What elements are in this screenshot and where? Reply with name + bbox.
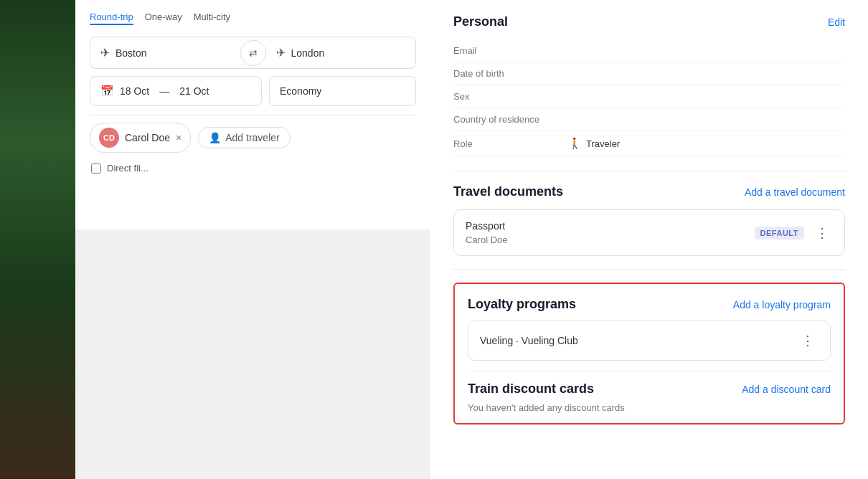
jungle-background — [0, 0, 79, 479]
personal-title: Personal — [453, 14, 508, 29]
role-text: Traveler — [586, 138, 620, 149]
sex-label: Sex — [453, 91, 568, 102]
dob-label: Date of birth — [453, 68, 568, 79]
field-row-role: Role 🚶 Traveler — [453, 131, 845, 156]
search-panel: Round-trip One-way Multi-city ✈ ⇄ ✈ — [75, 0, 430, 479]
direct-flights-row: Direct fli... — [90, 163, 416, 174]
tab-multi-city[interactable]: Multi-city — [194, 11, 230, 25]
passport-type: Passport — [466, 220, 508, 232]
direct-flights-label: Direct fli... — [107, 163, 148, 174]
destination-field[interactable]: ✈ — [266, 37, 416, 68]
travel-docs-section-header: Travel documents Add a travel document — [453, 184, 845, 199]
default-badge: DEFAULT — [755, 227, 804, 240]
add-traveler-label: Add traveler — [225, 132, 279, 143]
date-range-field[interactable]: 📅 18 Oct — 21 Oct — [90, 76, 262, 106]
traveler-role-icon: 🚶 — [568, 137, 582, 150]
field-row-country: Country of residence — [453, 108, 845, 131]
train-discount-section-header: Train discount cards Add a discount card — [468, 381, 831, 397]
role-value: 🚶 Traveler — [568, 137, 620, 150]
date-end: 21 Oct — [179, 85, 209, 97]
destination-input[interactable] — [291, 47, 406, 59]
section-divider-1 — [453, 171, 845, 171]
passport-info: Passport Carol Doe — [466, 220, 508, 245]
origin-input[interactable] — [115, 47, 230, 59]
personal-fields: Email Date of birth Sex Country of resid… — [453, 39, 845, 156]
tab-one-way[interactable]: One-way — [145, 11, 182, 25]
role-label: Role — [453, 138, 568, 149]
travel-docs-title: Travel documents — [453, 184, 563, 199]
tab-round-trip[interactable]: Round-trip — [90, 11, 133, 25]
loyalty-card-vueling: Vueling · Vueling Club ⋮ — [468, 321, 831, 361]
section-divider-2 — [453, 269, 845, 270]
passport-badges: DEFAULT ⋮ — [755, 224, 833, 242]
traveler-chip[interactable]: CD Carol Doe × — [90, 123, 191, 153]
personal-section-header: Personal Edit — [453, 14, 845, 29]
red-box-divider — [468, 371, 831, 371]
personal-edit-link[interactable]: Edit — [828, 16, 845, 28]
loyalty-section-header: Loyalty programs Add a loyalty program — [468, 297, 831, 312]
calendar-icon: 📅 — [100, 85, 114, 98]
country-label: Country of residence — [453, 114, 568, 125]
passport-card: Passport Carol Doe DEFAULT ⋮ — [453, 209, 845, 256]
train-discount-empty: You haven't added any discount cards — [468, 402, 831, 413]
plane-depart-icon: ✈ — [100, 46, 110, 60]
train-discount-title: Train discount cards — [468, 381, 594, 397]
passport-more-button[interactable]: ⋮ — [811, 224, 833, 242]
field-row-email: Email — [453, 39, 845, 62]
trip-type-tabs: Round-trip One-way Multi-city — [90, 11, 416, 25]
direct-flights-checkbox[interactable] — [91, 163, 101, 174]
right-panel: Personal Edit Email Date of birth Sex Co… — [430, 0, 868, 479]
swap-button[interactable]: ⇄ — [240, 40, 266, 66]
avatar: CD — [99, 128, 119, 148]
origin-field[interactable]: ✈ — [90, 37, 240, 68]
origin-destination-row: ✈ ⇄ ✈ — [90, 37, 416, 69]
add-traveler-icon: 👤 — [209, 132, 221, 143]
remove-traveler-button[interactable]: × — [176, 133, 181, 143]
loyalty-program-name: Vueling · Vueling Club — [480, 335, 578, 346]
red-box-container: Loyalty programs Add a loyalty program V… — [453, 283, 845, 425]
cabin-class-field[interactable]: Economy — [269, 76, 416, 106]
left-panel: Round-trip One-way Multi-city ✈ ⇄ ✈ — [0, 0, 430, 479]
field-row-dob: Date of birth — [453, 62, 845, 85]
date-start: 18 Oct — [120, 85, 149, 97]
field-row-sex: Sex — [453, 85, 845, 108]
passport-holder-name: Carol Doe — [466, 234, 508, 245]
add-loyalty-link[interactable]: Add a loyalty program — [733, 299, 831, 310]
add-travel-doc-link[interactable]: Add a travel document — [745, 186, 845, 198]
loyalty-more-button[interactable]: ⋮ — [797, 331, 819, 350]
loyalty-title: Loyalty programs — [468, 297, 576, 312]
add-traveler-button[interactable]: 👤 Add traveler — [198, 127, 290, 148]
date-cabin-row: 📅 18 Oct — 21 Oct Economy — [90, 76, 416, 106]
loyalty-section: Loyalty programs Add a loyalty program V… — [455, 284, 844, 423]
email-label: Email — [453, 45, 568, 56]
add-discount-card-link[interactable]: Add a discount card — [742, 384, 831, 395]
cabin-label: Economy — [280, 85, 321, 97]
traveler-name: Carol Doe — [125, 132, 170, 143]
traveler-row: CD Carol Doe × 👤 Add traveler — [90, 123, 416, 153]
divider-1 — [90, 115, 416, 115]
plane-arrive-icon: ✈ — [276, 46, 286, 60]
date-separator: — — [159, 85, 169, 97]
